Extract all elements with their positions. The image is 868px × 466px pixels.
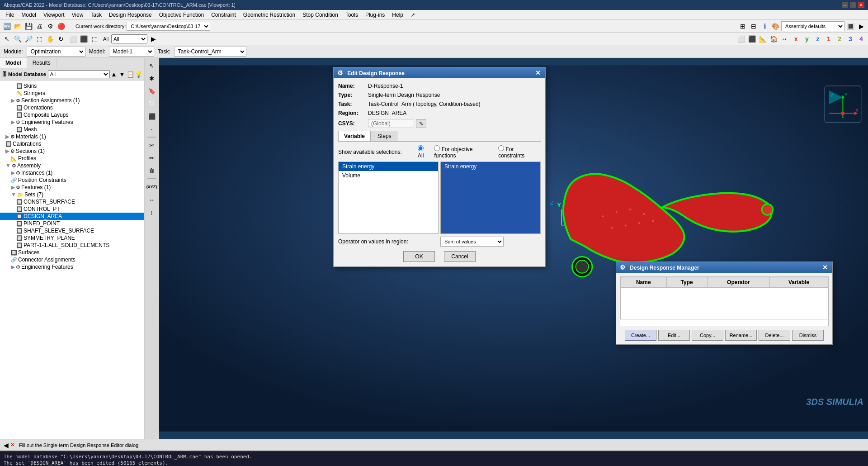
tree-item-shaft[interactable]: 🔲 SHAFT_SLEEVE_SURFACE xyxy=(0,227,144,234)
menu-view[interactable]: View xyxy=(68,11,87,19)
tree-item-section-assignments[interactable]: ▶ ⚙ Section Assignments (1) xyxy=(0,97,144,104)
tree-item-instances[interactable]: ▶ ⚙ Instances (1) xyxy=(0,169,144,176)
n2-btn[interactable]: 2 xyxy=(835,34,844,44)
tree-item-stringers[interactable]: 📏 Stringers xyxy=(0,90,144,97)
nav-back[interactable]: ◀ xyxy=(4,442,9,449)
shaded-btn[interactable]: ⬚ xyxy=(90,34,99,44)
tab-steps[interactable]: Steps xyxy=(372,131,397,141)
nav-stop[interactable]: ✕ xyxy=(10,442,14,448)
menu-objective[interactable]: Objective Function xyxy=(156,11,208,19)
tab-model[interactable]: Model xyxy=(0,58,27,68)
grid2-btn[interactable]: ⊟ xyxy=(749,21,759,31)
rotate-btn[interactable]: ↻ xyxy=(56,34,66,44)
save-btn[interactable]: 💾 xyxy=(24,21,33,31)
minimize-button[interactable]: — xyxy=(842,2,848,8)
list-item-strain-right[interactable]: Strain energy xyxy=(441,162,540,171)
dismiss-btn[interactable]: Dismiss xyxy=(792,330,824,341)
tree-item-surfaces[interactable]: 🔲 Surfaces xyxy=(0,249,144,256)
model-combo[interactable]: Model-1 xyxy=(109,47,154,57)
zoom-in-btn[interactable]: 🔍 xyxy=(13,34,23,44)
tree-filter[interactable]: All xyxy=(48,70,110,78)
view3d-btn[interactable]: ⬜ xyxy=(736,34,746,44)
operator-select[interactable]: Sum of values Average Minimum Maximum xyxy=(440,237,504,247)
vbar-face[interactable]: ⬜ xyxy=(146,98,158,109)
vbar-solid[interactable]: ⬛ xyxy=(146,110,158,122)
tree-item-mesh[interactable]: 🔲 Mesh xyxy=(0,126,144,133)
tree-item-eng2[interactable]: ▶ ⚙ Engineering Features xyxy=(0,263,144,271)
list-item-volume-left[interactable]: Volume xyxy=(339,171,438,180)
ok-button[interactable]: OK xyxy=(403,251,435,262)
maximize-button[interactable]: □ xyxy=(850,2,856,8)
print-btn[interactable]: 🖨 xyxy=(34,21,44,31)
wireframe-btn[interactable]: ⬛ xyxy=(79,34,89,44)
delete-btn[interactable]: Delete... xyxy=(759,330,790,341)
tree-info-btn[interactable]: 💡 xyxy=(134,70,142,78)
radio-obj-input[interactable] xyxy=(434,145,440,151)
preferences-btn[interactable]: ⚙ xyxy=(45,21,55,31)
tree-item-all-solid[interactable]: 🔲 PART-1-1.ALL_SOLID_ELEMENTS xyxy=(0,242,144,249)
edit-btn[interactable]: Edit... xyxy=(658,330,690,341)
color2-btn[interactable]: 🎨 xyxy=(770,21,780,31)
tree-item-symmetry[interactable]: 🔲 SYMMETRY_PLANE xyxy=(0,234,144,242)
close-button[interactable]: ✕ xyxy=(858,2,864,8)
n3-btn[interactable]: 3 xyxy=(845,34,855,44)
csys-edit-btn[interactable]: ✎ xyxy=(416,119,426,128)
dialog-title[interactable]: ⚙ Edit Design Response ✕ xyxy=(334,67,545,78)
tree-item-engineering[interactable]: ▶ ⚙ Engineering Features xyxy=(0,119,144,126)
axes-btn[interactable]: 📐 xyxy=(758,34,768,44)
menu-task[interactable]: Task xyxy=(87,11,105,19)
tree-copy-btn[interactable]: 📋 xyxy=(126,70,134,78)
z-btn[interactable]: z xyxy=(813,34,823,44)
tree-item-design-area[interactable]: 🔲 DESIGN_AREA xyxy=(0,213,144,220)
tree-down-btn[interactable]: ▼ xyxy=(118,70,126,78)
vbar-select[interactable]: ↖ xyxy=(146,60,158,71)
tree-item-orientations[interactable]: 🔲 Orientations xyxy=(0,104,144,111)
tree-item-control-pt[interactable]: 🔲 CONTROL_PT xyxy=(0,205,144,213)
flip-btn[interactable]: ↔ xyxy=(779,34,789,44)
tree-item-skins[interactable]: 🔲 Skins xyxy=(0,82,144,90)
tree-item-features[interactable]: ▶ ⚙ Features (1) xyxy=(0,184,144,191)
cancel-button[interactable]: Cancel xyxy=(444,251,476,262)
tree-up-btn[interactable]: ▲ xyxy=(110,70,118,78)
tree-item-pined-point[interactable]: 🔲 PINED_POINT xyxy=(0,220,144,227)
menu-file[interactable]: File xyxy=(2,11,18,19)
tree-item-position[interactable]: 🔗 Position Constraints xyxy=(0,176,144,184)
menu-geometric-restriction[interactable]: Geometric Restriction xyxy=(240,11,299,19)
mgr-close-btn[interactable]: ✕ xyxy=(821,264,829,271)
module-combo[interactable]: Optimization xyxy=(27,47,85,57)
radio-all[interactable]: All xyxy=(418,145,430,159)
menu-plugins[interactable]: Plug-ins xyxy=(362,11,388,19)
tree-item-calibrations[interactable]: 🔲 Calibrations xyxy=(0,140,144,147)
assembly-combo[interactable]: Assembly defaults xyxy=(781,21,844,31)
vbar-create[interactable]: ✂ xyxy=(146,139,158,151)
rename-btn[interactable]: Rename... xyxy=(725,330,757,341)
n4-btn[interactable]: 4 xyxy=(856,34,866,44)
radio-const-input[interactable] xyxy=(498,145,504,151)
grid-btn[interactable]: ⊞ xyxy=(738,21,748,31)
zoom-box-btn[interactable]: ⬚ xyxy=(34,34,44,44)
vbar-delete[interactable]: 🗑 xyxy=(146,165,158,176)
radio-const[interactable]: For constraints xyxy=(498,145,541,159)
tree-item-constr-surface[interactable]: 🔲 CONSTR_SURFACE xyxy=(0,198,144,205)
cwd-combo[interactable]: C:\Users\yanran\Desktop\03-17 xyxy=(127,22,210,31)
menu-stop-condition[interactable]: Stop Condition xyxy=(299,11,342,19)
vbar-node[interactable]: ✱ xyxy=(146,72,158,84)
menu-constraint[interactable]: Constraint xyxy=(208,11,240,19)
y-btn[interactable]: y xyxy=(802,34,812,44)
tab-variable[interactable]: Variable xyxy=(338,131,371,141)
tree-item-materials[interactable]: ▶ ⚙ Materials (1) xyxy=(0,133,144,140)
tree-item-assembly[interactable]: ▼ ⚙ Assembly xyxy=(0,162,144,169)
radio-all-input[interactable] xyxy=(418,145,424,151)
mesh-btn[interactable]: 🔳 xyxy=(845,21,855,31)
filter-btn[interactable]: ▶ xyxy=(148,34,158,44)
tree-item-connector[interactable]: 🔗 Connector Assignments xyxy=(0,256,144,263)
view2d-btn[interactable]: ⬛ xyxy=(747,34,757,44)
copy-btn[interactable]: Copy... xyxy=(692,330,723,341)
menu-tools[interactable]: Tools xyxy=(342,11,362,19)
vbar-transform[interactable]: ↔ xyxy=(146,194,158,205)
menu-arrow[interactable]: ↗ xyxy=(407,11,419,19)
open-btn[interactable]: 📂 xyxy=(13,21,23,31)
n1-btn[interactable]: 1 xyxy=(824,34,834,44)
vbar-xyz[interactable]: (XYZ) xyxy=(146,181,158,193)
home-btn[interactable]: 🏠 xyxy=(769,34,778,44)
